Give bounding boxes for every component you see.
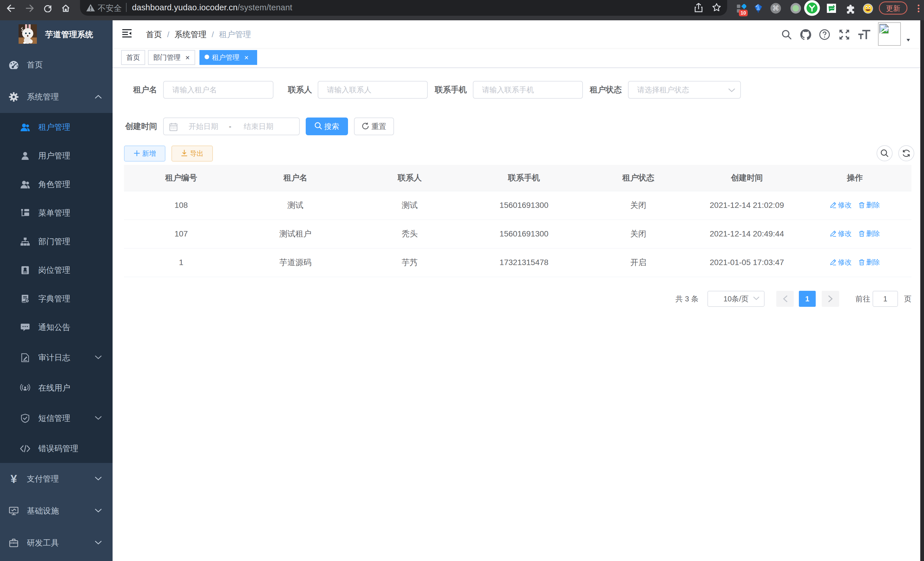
svg-text:⌘: ⌘ xyxy=(772,4,779,12)
